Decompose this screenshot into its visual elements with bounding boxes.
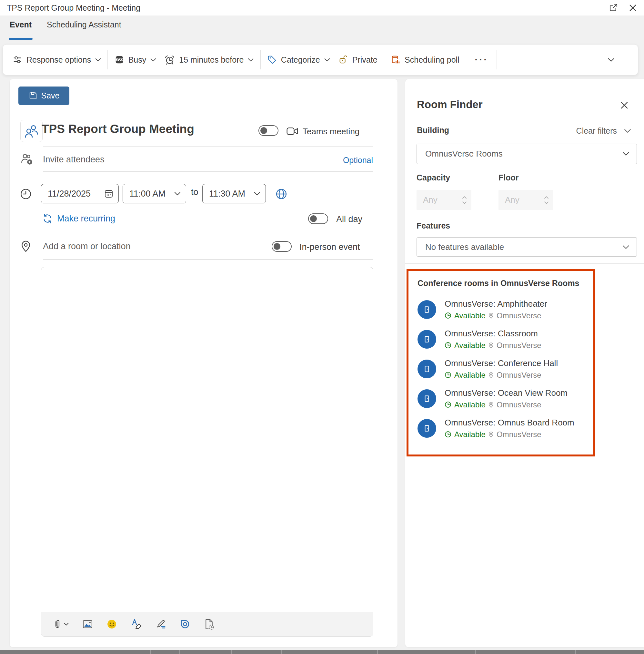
chevron-down-icon (622, 245, 629, 249)
event-body-editor[interactable] (41, 267, 373, 636)
room-door-icon (417, 330, 436, 348)
loop-component-button[interactable] (180, 619, 190, 629)
reminder-button[interactable]: 15 minutes before (164, 54, 254, 65)
location-pin-icon (488, 342, 493, 348)
clear-formatting-button[interactable] (131, 618, 142, 629)
room-door-icon (417, 360, 436, 378)
features-select[interactable]: No features available (416, 237, 637, 257)
private-button[interactable]: Private (339, 54, 377, 65)
room-list-item[interactable]: OmnusVerse: Classroom Available OmnusVer… (417, 324, 590, 354)
room-door-icon (417, 419, 436, 438)
chevron-down-icon (151, 58, 156, 62)
tag-icon (267, 55, 277, 65)
close-icon[interactable] (629, 4, 637, 12)
toolbar-separator (384, 50, 385, 69)
building-label: Building (417, 126, 449, 135)
poll-icon (391, 54, 400, 65)
busy-label: Busy (129, 55, 146, 65)
toolbar-separator (497, 50, 497, 69)
room-finder-panel: Room Finder Building Clear filters Omnus… (405, 79, 644, 647)
scheduling-poll-button[interactable]: Scheduling poll (391, 54, 459, 65)
features-label: Features (416, 221, 450, 230)
availability-clock-icon (444, 431, 452, 438)
clear-filters-label: Clear filters (576, 126, 617, 136)
capacity-stepper[interactable]: Any (416, 190, 472, 210)
reminder-label: 15 minutes before (179, 55, 244, 65)
alarm-clock-icon (164, 54, 175, 65)
start-time-select[interactable]: 11:00 AM (122, 184, 186, 203)
building-select[interactable]: OmnusVerse Rooms (416, 144, 637, 164)
teams-meeting-label: Teams meeting (303, 127, 360, 137)
room-name: OmnusVerse: Ocean View Room (444, 388, 568, 398)
conference-rooms-heading: Conference rooms in OmnusVerse Rooms (417, 278, 579, 288)
room-name: OmnusVerse: Amphitheater (444, 299, 547, 309)
clear-filters-button[interactable]: Clear filters (576, 126, 631, 136)
room-list-item[interactable]: OmnusVerse: Conference Hall Available Om… (417, 354, 590, 384)
in-person-event-label: In-person event (299, 242, 360, 252)
divider (43, 259, 373, 260)
optional-attendees-link[interactable]: Optional (343, 156, 373, 165)
make-recurring-link[interactable]: Make recurring (42, 213, 115, 224)
chevron-down-icon (95, 58, 101, 62)
chevron-down-icon (248, 58, 254, 62)
add-attendee-icon (20, 153, 33, 165)
chevron-down-icon (64, 623, 69, 626)
emoji-button[interactable] (107, 619, 117, 629)
categorize-button[interactable]: Categorize (267, 55, 330, 65)
location-input[interactable]: Add a room or location (43, 242, 131, 251)
clock-icon (20, 188, 32, 200)
conference-rooms-list: OmnusVerse: Amphitheater Available Omnus… (417, 295, 590, 443)
invite-attendees-input[interactable]: Invite attendees (43, 155, 105, 165)
room-name: OmnusVerse: Conference Hall (444, 358, 558, 368)
room-finder-title: Room Finder (417, 98, 483, 111)
room-finder-close-icon[interactable] (620, 101, 628, 109)
chevron-down-icon (324, 58, 330, 62)
highlight-rectangle: Conference rooms in OmnusVerse Rooms Omn… (407, 269, 595, 456)
end-time-select[interactable]: 11:30 AM (202, 184, 266, 203)
open-lock-icon (339, 54, 348, 65)
building-value: OmnusVerse Rooms (425, 149, 503, 159)
draw-ink-button[interactable] (155, 618, 166, 629)
people-icon (24, 123, 39, 138)
floor-stepper[interactable]: Any (499, 190, 553, 210)
room-list-item[interactable]: OmnusVerse: Omnus Board Room Available O… (417, 413, 590, 443)
room-list-item[interactable]: OmnusVerse: Amphitheater Available Omnus… (417, 295, 590, 324)
ribbon-toolbar: Response options Busy 15 minutes before … (3, 44, 638, 75)
tab-scheduling-assistant[interactable]: Scheduling Assistant (47, 20, 121, 29)
room-location: OmnusVerse (497, 311, 542, 320)
teams-meeting-toggle[interactable] (258, 125, 278, 136)
toolbar-overflow-button[interactable]: ··· (473, 54, 490, 65)
all-day-toggle[interactable] (308, 213, 328, 224)
attach-file-button[interactable] (53, 619, 69, 629)
room-list-item[interactable]: OmnusVerse: Ocean View Room Available Om… (417, 384, 590, 413)
popout-icon[interactable] (609, 3, 618, 12)
bottom-window-edge (0, 650, 644, 654)
busy-status-button[interactable]: Busy (115, 55, 157, 65)
ribbon-collapse-chevron-icon[interactable] (607, 58, 615, 62)
chevron-down-icon (254, 192, 260, 196)
divider (10, 113, 397, 113)
location-pin-icon (488, 402, 493, 408)
response-options-button[interactable]: Response options (13, 55, 101, 65)
capacity-value: Any (423, 195, 437, 205)
floor-value: Any (505, 195, 520, 205)
to-label: to (191, 187, 199, 197)
schedule-send-button[interactable] (204, 618, 214, 630)
insert-image-button[interactable] (82, 619, 93, 629)
in-person-event-toggle[interactable] (272, 241, 292, 252)
room-location: OmnusVerse (497, 430, 542, 439)
start-date-input[interactable]: 11/28/2025 (41, 184, 119, 203)
tab-event[interactable]: Event (10, 20, 31, 29)
chevron-down-icon (624, 129, 631, 133)
divider (43, 171, 373, 172)
event-title-input[interactable]: TPS Report Group Meeting (42, 122, 194, 136)
availability-clock-icon (444, 342, 452, 348)
all-day-label: All day (336, 215, 362, 224)
availability-clock-icon (444, 312, 452, 319)
save-button[interactable]: Save (18, 87, 69, 105)
room-door-icon (417, 389, 436, 408)
timezone-globe-icon[interactable] (275, 188, 288, 200)
stepper-chevrons-icon (544, 195, 549, 205)
availability-clock-icon (444, 371, 452, 378)
location-pin-icon (20, 240, 31, 253)
